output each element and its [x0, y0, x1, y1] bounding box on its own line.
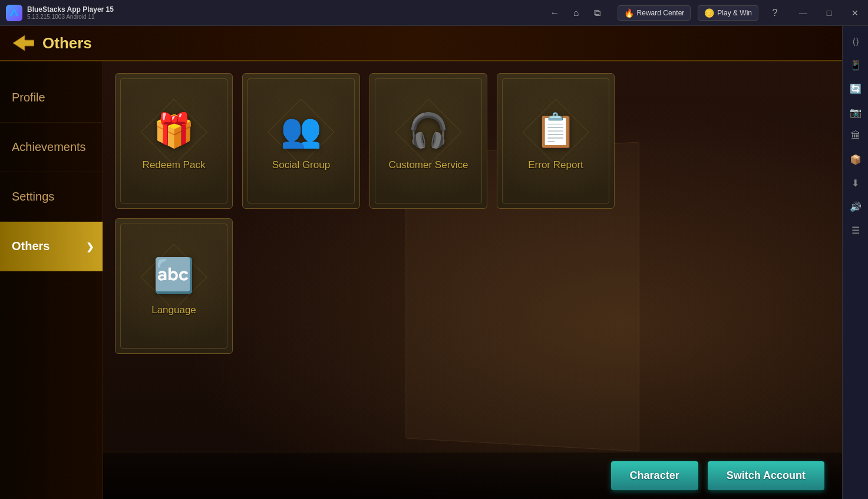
switch-account-button[interactable]: Switch Account [708, 461, 824, 490]
minimize-button[interactable]: — [790, 0, 816, 26]
title-bar-actions: 🔥 Reward Center 🪙 Play & Win ? [612, 4, 790, 22]
card-error-label: Error Report [528, 159, 583, 171]
multi-nav-button[interactable]: ⧉ [588, 4, 607, 22]
sidebar-package-icon[interactable]: 📦 [845, 149, 866, 170]
help-button[interactable]: ? [765, 4, 784, 22]
reward-center-label: Reward Center [637, 9, 685, 17]
sidebar-menu-icon[interactable]: ☰ [845, 219, 866, 241]
fire-icon: 🔥 [624, 8, 634, 18]
headset-icon: 🎧 [408, 111, 449, 150]
app-version: 5.13.215.1003 Android 11 [27, 14, 114, 20]
card-language[interactable]: 🔤 Language [115, 218, 233, 354]
nav-item-achievements-label: Achievements [12, 140, 86, 153]
report-icon: 📋 [535, 111, 576, 150]
reward-center-button[interactable]: 🔥 Reward Center [618, 5, 691, 21]
play-win-button[interactable]: 🪙 Play & Win [698, 5, 758, 21]
nav-item-others[interactable]: Others [0, 222, 103, 271]
app-name: BlueStacks App Player 15 [27, 5, 114, 14]
nav-item-profile-label: Profile [12, 91, 45, 104]
content-area: 🎁 Redeem Pack 👥 Social Group 🎧 Customer … [103, 61, 842, 499]
card-language-label: Language [151, 304, 196, 316]
game-content: Profile Achievements Settings Others 🎁 [0, 61, 842, 499]
title-bar-nav: ← ⌂ ⧉ [541, 4, 612, 22]
card-social-label: Social Group [272, 159, 330, 171]
card-error-report[interactable]: 📋 Error Report [497, 73, 615, 209]
home-nav-button[interactable]: ⌂ [567, 4, 586, 22]
card-customer-label: Customer Service [388, 159, 468, 171]
sidebar-camera-icon[interactable]: 📷 [845, 101, 866, 123]
app-logo [6, 5, 22, 21]
sidebar-building-icon[interactable]: 🏛 [845, 125, 866, 146]
back-nav-button[interactable]: ← [546, 4, 565, 22]
nav-item-others-label: Others [12, 239, 49, 252]
card-customer-service[interactable]: 🎧 Customer Service [369, 73, 487, 209]
sidebar-sound-icon[interactable]: 🔊 [845, 196, 866, 217]
language-icon: 🔤 [153, 256, 194, 295]
cards-row-2: 🔤 Language [115, 218, 830, 354]
character-button[interactable]: Character [611, 461, 698, 490]
left-nav: Profile Achievements Settings Others [0, 61, 103, 499]
svg-marker-2 [13, 35, 34, 51]
card-redeem-pack[interactable]: 🎁 Redeem Pack [115, 73, 233, 209]
cards-row-1: 🎁 Redeem Pack 👥 Social Group 🎧 Customer … [115, 73, 830, 209]
cards-section: 🎁 Redeem Pack 👥 Social Group 🎧 Customer … [103, 61, 842, 452]
game-header: Others [0, 26, 842, 61]
nav-item-settings-label: Settings [12, 190, 54, 203]
social-icon: 👥 [280, 111, 322, 150]
nav-item-settings[interactable]: Settings [0, 172, 103, 222]
gift-icon: 🎁 [153, 111, 194, 150]
title-bar-left: BlueStacks App Player 15 5.13.215.1003 A… [0, 5, 541, 21]
card-social-group[interactable]: 👥 Social Group [242, 73, 360, 209]
game-back-button[interactable] [12, 31, 35, 55]
title-bar: BlueStacks App Player 15 5.13.215.1003 A… [0, 0, 868, 26]
sidebar-expand-icon[interactable]: ⟨⟩ [845, 31, 866, 52]
nav-item-achievements[interactable]: Achievements [0, 123, 103, 172]
sidebar-rotate-icon[interactable]: 🔄 [845, 78, 866, 99]
sidebar-phone-icon[interactable]: 📱 [845, 54, 866, 75]
card-redeem-label: Redeem Pack [143, 159, 206, 171]
nav-item-profile[interactable]: Profile [0, 73, 103, 123]
maximize-button[interactable]: □ [816, 0, 842, 26]
play-win-label: Play & Win [717, 9, 752, 17]
game-ui: Others Profile Achievements Settings Oth… [0, 26, 842, 499]
right-sidebar: ⟨⟩ 📱 🔄 📷 🏛 📦 ⬇ 🔊 ☰ [842, 26, 868, 499]
bottom-bar: Character Switch Account [103, 452, 842, 499]
coin-icon: 🪙 [704, 8, 714, 18]
window-controls: — □ ✕ [790, 0, 868, 26]
app-title-group: BlueStacks App Player 15 5.13.215.1003 A… [27, 5, 114, 20]
page-title: Others [42, 34, 92, 52]
sidebar-download-icon[interactable]: ⬇ [845, 172, 866, 193]
close-button[interactable]: ✕ [842, 0, 868, 26]
